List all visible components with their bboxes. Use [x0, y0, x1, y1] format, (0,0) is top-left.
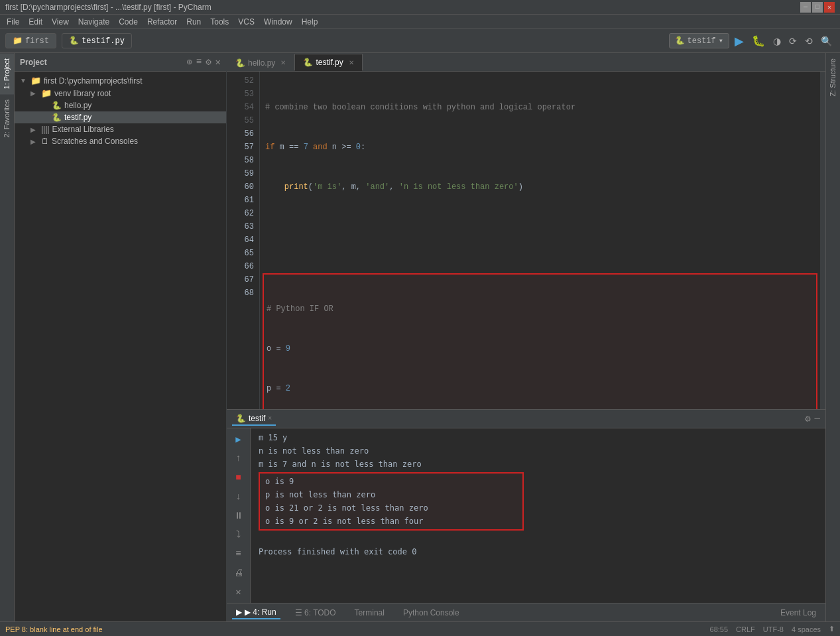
tab-testif-py[interactable]: 🐍 testif.py ✕: [294, 54, 362, 71]
settings-icon[interactable]: ⚙: [206, 56, 211, 68]
run-pause-button[interactable]: ⏸: [229, 507, 248, 524]
tree-root-label: first D:\pycharmprojects\first: [44, 76, 143, 86]
run-button[interactable]: ▶: [732, 32, 747, 50]
run-play-button[interactable]: ▶: [229, 431, 248, 448]
bottom-tabs: 🐍 testif × ⚙ —: [227, 410, 825, 428]
output-line-4: o is 9: [265, 475, 517, 488]
menu-tools[interactable]: Tools: [206, 16, 233, 28]
panel-header: Project ⊕ ≡ ⚙ ✕: [15, 53, 226, 72]
run-up-button[interactable]: ↑: [229, 450, 248, 467]
tree-external-label: External Libraries: [52, 125, 113, 134]
project-tab[interactable]: 📁 first: [5, 33, 56, 48]
search-everywhere-button[interactable]: 🔍: [818, 34, 835, 48]
close-button[interactable]: ✕: [824, 2, 835, 13]
run-panel-layout: ▶ ↑ ■ ↓ ⏸ ⤵ ≡ 🖨 ✕ m 15 y n is not less t…: [227, 428, 825, 603]
tree-testif-label: testif.py: [64, 113, 91, 122]
right-side-tabs: Z: Structure: [825, 53, 840, 621]
title-bar: first [D:\pycharmprojects\first] - ...\t…: [0, 0, 840, 15]
tab-close-icon-active[interactable]: ✕: [349, 59, 354, 66]
run-close-button[interactable]: ✕: [229, 584, 248, 600]
settings-icon[interactable]: ⚙: [805, 413, 810, 424]
tool-tab-run[interactable]: ▶ ▶ 4: Run: [232, 606, 280, 619]
close-panel-icon[interactable]: ✕: [215, 56, 221, 68]
tree-hello-py[interactable]: 🐍 hello.py: [15, 99, 226, 111]
bottom-tab-run[interactable]: 🐍 testif ×: [232, 413, 276, 426]
tree-root[interactable]: ▼ 📁 first D:\pycharmprojects\first: [15, 74, 226, 87]
tree-venv-label: venv library root: [54, 89, 111, 98]
window-controls[interactable]: — □ ✕: [800, 2, 835, 13]
run-print-button[interactable]: 🖨: [229, 564, 248, 581]
sidebar-item-favorites[interactable]: 2: Favorites: [0, 94, 14, 143]
file-tab-label: testif.py: [82, 36, 125, 46]
output-line-8: [259, 532, 817, 545]
menu-window[interactable]: Window: [260, 16, 296, 28]
tree-testif-py[interactable]: 🐍 testif.py: [15, 111, 226, 123]
run-output: m 15 y n is not less than zero m is 7 an…: [251, 428, 825, 603]
menu-code[interactable]: Code: [115, 16, 142, 28]
line-numbers: 52 53 54 55 56 57 58 59 60 61 62 63 64 6…: [227, 72, 260, 409]
run-config-label: testif: [688, 36, 716, 46]
cursor-position: 68:55: [710, 625, 729, 633]
tab-hello-py[interactable]: 🐍 hello.py ✕: [227, 54, 294, 71]
panel-icons[interactable]: ⊕ ≡ ⚙ ✕: [186, 56, 221, 68]
code-content[interactable]: # combine two boolean conditions with py…: [260, 72, 820, 409]
code-line-53: if m == 7 and n >= 0:: [265, 141, 815, 154]
menu-refactor[interactable]: Refactor: [143, 16, 181, 28]
code-editor[interactable]: 52 53 54 55 56 57 58 59 60 61 62 63 64 6…: [227, 72, 825, 409]
concurrency-button[interactable]: ⟲: [802, 34, 815, 48]
event-log-label: Event Log: [780, 608, 816, 617]
debug-button[interactable]: 🐛: [749, 33, 768, 48]
tab-close-icon[interactable]: ✕: [280, 59, 286, 66]
run-filter-button[interactable]: ≡: [229, 546, 248, 562]
menu-bar: File Edit View Navigate Code Refactor Ru…: [0, 15, 840, 29]
collapse-icon[interactable]: ≡: [196, 56, 202, 68]
expand-icon: ▼: [20, 77, 28, 84]
add-icon[interactable]: ⊕: [186, 56, 192, 68]
run-stop-button[interactable]: ■: [229, 470, 248, 486]
tree-external-libs[interactable]: ▶ |||| External Libraries: [15, 123, 226, 135]
sidebar-right-structure[interactable]: Z: Structure: [826, 53, 840, 101]
todo-tab-label: ☰ 6: TODO: [295, 608, 336, 617]
output-line-9: Process finished with exit code 0: [259, 545, 817, 558]
status-warning: PEP 8: blank line at end of file: [5, 625, 103, 633]
file-tab[interactable]: 🐍 testif.py: [62, 33, 132, 48]
menu-help[interactable]: Help: [298, 16, 322, 28]
run-tab-close[interactable]: ×: [268, 414, 272, 422]
tree-scratches[interactable]: ▶ 🗒 Scratches and Consoles: [15, 135, 226, 147]
run-icon: 🐍: [236, 414, 246, 423]
scratches-icon: 🗒: [41, 137, 49, 146]
tree-hello-label: hello.py: [64, 101, 91, 110]
sidebar-item-project[interactable]: 1: Project: [0, 53, 14, 94]
project-folder-icon: 📁: [30, 76, 41, 86]
output-line-1: m 15 y: [259, 431, 817, 444]
menu-file[interactable]: File: [3, 16, 23, 28]
tree-venv[interactable]: ▶ 📁 venv library root: [15, 87, 226, 99]
run-down-button[interactable]: ↓: [229, 488, 248, 505]
profile-button[interactable]: ⟳: [786, 34, 800, 48]
menu-navigate[interactable]: Navigate: [74, 16, 113, 28]
tool-tab-terminal[interactable]: Terminal: [351, 607, 389, 619]
menu-vcs[interactable]: VCS: [234, 16, 259, 28]
tree-scratches-label: Scratches and Consoles: [52, 137, 138, 146]
coverage-button[interactable]: ◑: [770, 34, 784, 48]
bottom-panel-icons[interactable]: ⚙ —: [805, 413, 820, 424]
tool-tab-python-console[interactable]: Python Console: [399, 607, 463, 619]
run-step-button[interactable]: ⤵: [229, 527, 248, 543]
maximize-button[interactable]: □: [812, 2, 823, 13]
menu-run[interactable]: Run: [182, 16, 205, 28]
file-icon: 🐍: [69, 36, 79, 46]
minimize-panel-icon[interactable]: —: [815, 413, 820, 424]
minimize-button[interactable]: —: [800, 2, 811, 13]
code-line-56: # Python IF OR: [267, 302, 813, 316]
project-panel: Project ⊕ ≡ ⚙ ✕ ▼ 📁 first D:\pycharmproj…: [15, 53, 227, 621]
status-bar: PEP 8: blank line at end of file 68:55 C…: [0, 621, 840, 636]
editor-area: 🐍 hello.py ✕ 🐍 testif.py ✕ 52 53 54 55 5: [227, 53, 825, 409]
menu-edit[interactable]: Edit: [25, 16, 46, 28]
tool-tab-event-log[interactable]: Event Log: [776, 607, 820, 619]
vertical-scrollbar[interactable]: [820, 72, 825, 409]
external-libs-icon: ||||: [41, 125, 49, 134]
run-config-button[interactable]: 🐍 testif ▾: [669, 33, 729, 48]
menu-view[interactable]: View: [48, 16, 73, 28]
run-icon-small: ▶: [236, 607, 242, 617]
tool-tab-todo[interactable]: ☰ 6: TODO: [291, 607, 340, 619]
